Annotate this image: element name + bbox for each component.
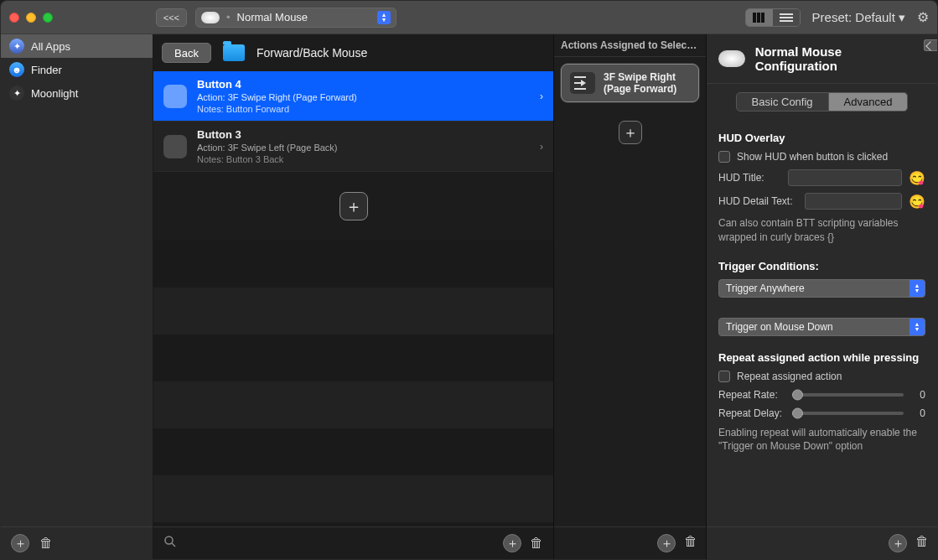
sidebar-item-finder[interactable]: ☻ Finder xyxy=(1,58,153,81)
trigger-timing-value: Trigger on Mouse Down xyxy=(726,321,833,333)
trigger-list: Button 4 Action: 3F Swipe Right (Page Fo… xyxy=(153,71,553,526)
sidebar-footer: ＋ 🗑 xyxy=(1,526,153,559)
device-selector-label: Normal Mouse xyxy=(237,11,308,23)
repeat-delay-slider[interactable] xyxy=(792,412,904,415)
svg-rect-1 xyxy=(757,13,760,23)
hud-detail-field[interactable] xyxy=(805,193,902,210)
trigger-notes: Notes: Button 3 Back xyxy=(197,154,338,164)
trigger-row[interactable]: Button 4 Action: 3F Swipe Right (Page Fo… xyxy=(153,71,553,122)
actions-header: Actions Assigned to Selected… xyxy=(554,34,706,57)
add-trigger-button[interactable]: ＋ xyxy=(339,192,368,220)
zoom-window-icon[interactable] xyxy=(43,13,53,23)
column-view-icon[interactable] xyxy=(746,9,773,26)
sidebar-item-label: All Apps xyxy=(31,40,70,53)
chevron-right-icon: › xyxy=(540,91,543,102)
add-action-footer-button[interactable]: ＋ xyxy=(657,534,676,552)
delete-app-button[interactable]: 🗑 xyxy=(39,536,53,551)
chevron-updown-icon: ▲▼ xyxy=(909,280,925,297)
repeat-delay-value: 0 xyxy=(910,407,925,419)
emoji-picker-icon[interactable]: 😋 xyxy=(909,170,925,186)
triggers-column: Back Forward/Back Mouse Button 4 Action:… xyxy=(153,34,554,559)
chevron-updown-icon: ▲▼ xyxy=(377,11,391,24)
add-inspector-button[interactable]: ＋ xyxy=(889,534,907,552)
main-body: ✦ All Apps ☻ Finder ✦ Moonlight ＋ 🗑 Back… xyxy=(1,34,937,559)
hud-title-label: HUD Title: xyxy=(718,172,781,184)
repeat-hint: Enabling repeat will automatically enabl… xyxy=(718,426,925,454)
slider-thumb-icon[interactable] xyxy=(792,407,803,418)
emoji-picker-icon[interactable]: 😋 xyxy=(909,194,925,210)
repeat-rate-value: 0 xyxy=(910,389,925,401)
hud-hint: Can also contain BTT scripting variables… xyxy=(718,216,925,245)
mouse-icon xyxy=(201,12,220,23)
collapse-sidebar-label: <<< xyxy=(163,13,179,23)
hud-section-heading: HUD Overlay xyxy=(718,132,925,144)
back-button[interactable]: Back xyxy=(162,43,211,63)
finder-icon: ☻ xyxy=(9,62,24,77)
sidebar-item-label: Moonlight xyxy=(31,87,78,100)
repeat-delay-label: Repeat Delay: xyxy=(718,407,785,419)
inspector-title: Normal Mouse Configuration xyxy=(755,44,925,73)
trigger-action: Action: 3F Swipe Left (Page Back) xyxy=(197,143,338,153)
add-app-button[interactable]: ＋ xyxy=(11,534,29,552)
app-sidebar: ✦ All Apps ☻ Finder ✦ Moonlight ＋ 🗑 xyxy=(1,34,153,559)
action-title-line2: (Page Forward) xyxy=(604,83,676,95)
minimize-window-icon[interactable] xyxy=(26,13,36,23)
sidebar-item-all-apps[interactable]: ✦ All Apps xyxy=(1,34,153,58)
hud-detail-label: HUD Detail Text: xyxy=(718,195,798,207)
trigger-anywhere-select[interactable]: Trigger Anywhere ▲▼ xyxy=(718,279,925,298)
svg-rect-10 xyxy=(574,76,586,78)
folder-title: Forward/Back Mouse xyxy=(257,46,367,60)
inspector-footer: ＋ 🗑 xyxy=(707,526,937,559)
trigger-action: Action: 3F Swipe Right (Page Forward) xyxy=(197,92,357,102)
moonlight-icon: ✦ xyxy=(9,86,24,101)
gear-icon[interactable]: ⚙ xyxy=(917,9,929,25)
collapse-inspector-icon[interactable] xyxy=(924,39,937,51)
tab-advanced[interactable]: Advanced xyxy=(829,92,909,111)
globe-icon: ✦ xyxy=(9,39,24,54)
repeat-action-checkbox[interactable] xyxy=(718,371,730,382)
svg-rect-8 xyxy=(574,82,581,84)
show-hud-label: Show HUD when button is clicked xyxy=(737,151,888,163)
title-bar: <<< • Normal Mouse ▲▼ Preset: Default ▾ … xyxy=(1,1,937,34)
inspector-body: HUD Overlay Show HUD when button is clic… xyxy=(707,120,937,470)
trigger-title: Button 3 xyxy=(197,128,338,141)
show-hud-checkbox[interactable] xyxy=(718,151,730,163)
action-card[interactable]: 3F Swipe Right (Page Forward) xyxy=(561,64,699,102)
add-action-button[interactable]: ＋ xyxy=(619,121,642,144)
svg-rect-5 xyxy=(780,20,793,22)
device-selector-dropdown[interactable]: • Normal Mouse ▲▼ xyxy=(195,8,396,28)
inspector-header: Normal Mouse Configuration xyxy=(707,34,937,84)
actions-footer: ＋ 🗑 xyxy=(554,526,706,559)
svg-line-7 xyxy=(172,543,175,547)
view-mode-segmented[interactable] xyxy=(745,8,801,27)
close-window-icon[interactable] xyxy=(9,13,19,23)
trigger-row[interactable]: Button 3 Action: 3F Swipe Left (Page Bac… xyxy=(153,122,553,172)
repeat-section-heading: Repeat assigned action while pressing xyxy=(718,351,925,364)
swipe-right-icon xyxy=(570,72,595,94)
preset-dropdown[interactable]: Preset: Default ▾ xyxy=(812,10,905,25)
mouse-icon xyxy=(718,50,745,67)
sidebar-item-label: Finder xyxy=(31,64,62,76)
inspector-column: Normal Mouse Configuration Basic Config … xyxy=(707,34,937,559)
svg-rect-3 xyxy=(780,13,793,15)
tab-basic-config[interactable]: Basic Config xyxy=(736,92,829,111)
sidebar-item-moonlight[interactable]: ✦ Moonlight xyxy=(1,81,153,105)
slider-thumb-icon[interactable] xyxy=(792,389,803,400)
collapse-sidebar-button[interactable]: <<< xyxy=(156,8,187,27)
hud-title-field[interactable] xyxy=(788,169,902,186)
add-trigger-footer-button[interactable]: ＋ xyxy=(503,534,521,552)
delete-trigger-button[interactable]: 🗑 xyxy=(530,536,543,551)
list-view-icon[interactable] xyxy=(773,9,800,26)
repeat-rate-slider[interactable] xyxy=(792,393,904,397)
triggers-footer: ＋ 🗑 xyxy=(153,526,553,559)
search-icon[interactable] xyxy=(163,535,177,552)
trigger-timing-select[interactable]: Trigger on Mouse Down ▲▼ xyxy=(718,318,925,336)
delete-action-button[interactable]: 🗑 xyxy=(684,534,697,552)
svg-rect-0 xyxy=(753,13,756,23)
chevron-right-icon: › xyxy=(540,141,543,153)
svg-rect-4 xyxy=(780,17,793,18)
repeat-rate-label: Repeat Rate: xyxy=(718,389,785,401)
empty-rows-background xyxy=(153,241,553,526)
delete-inspector-button[interactable]: 🗑 xyxy=(915,534,929,552)
svg-marker-9 xyxy=(581,80,586,86)
